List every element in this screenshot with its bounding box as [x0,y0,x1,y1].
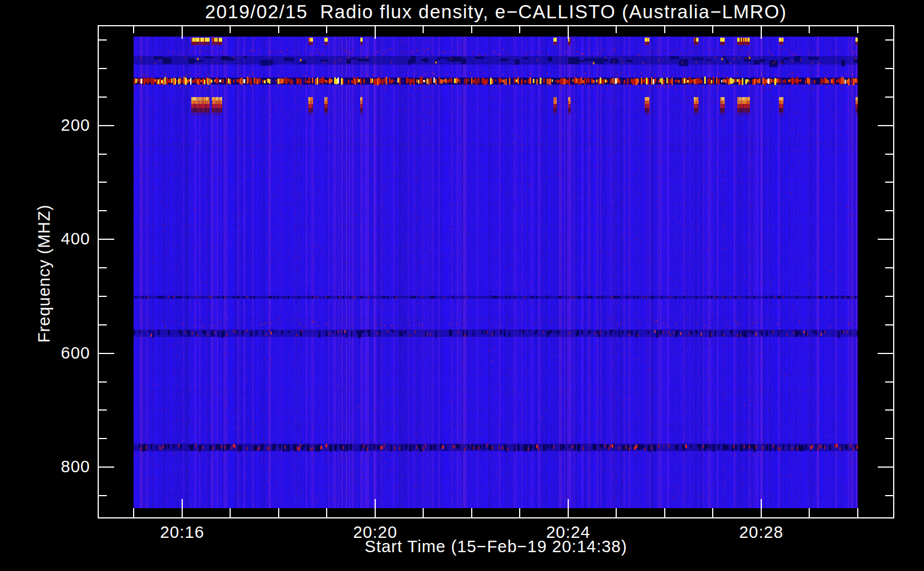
x-major-tick [182,26,183,39]
y-minor-tick [99,267,107,268]
y-minor-tick [99,39,107,41]
y-major-tick [99,353,114,354]
x-minor-tick [616,26,617,33]
x-minor-tick [616,508,617,517]
y-major-tick [878,125,893,126]
y-tick-label: 400 [29,230,90,248]
y-minor-tick [885,409,893,411]
x-minor-tick [809,508,810,517]
y-minor-tick [99,438,107,439]
x-minor-tick [133,508,134,517]
x-minor-tick [133,26,134,33]
x-major-tick [761,26,762,39]
x-minor-tick [664,26,665,33]
y-minor-tick [885,154,893,155]
y-minor-tick [885,210,893,211]
x-minor-tick [857,508,858,517]
x-minor-tick [423,26,424,33]
x-major-tick [182,499,183,517]
y-tick-label: 600 [29,344,90,363]
x-major-tick [375,26,376,39]
y-minor-tick [99,68,107,69]
y-tick-label: 200 [29,116,90,135]
y-minor-tick [99,409,107,411]
x-major-tick [375,499,376,517]
y-minor-tick [99,324,107,325]
screen: { "chart_data": { "type": "heatmap", "va… [0,0,924,571]
y-minor-tick [99,96,107,98]
y-major-tick [878,239,893,240]
x-major-tick [761,499,762,517]
x-minor-tick [471,508,472,517]
y-minor-tick [885,182,893,183]
y-minor-tick [99,182,107,183]
y-minor-tick [885,96,893,98]
y-major-tick [99,467,114,468]
y-minor-tick [885,267,893,268]
y-minor-tick [99,381,107,383]
y-major-tick [99,125,114,126]
y-minor-tick [885,495,893,496]
x-minor-tick [326,26,327,33]
y-minor-tick [99,495,107,496]
x-minor-tick [712,508,713,517]
x-axis-title: Start Time (15−Feb−19 20:14:38) [98,537,894,556]
x-major-tick [568,26,569,39]
x-minor-tick [664,508,665,517]
chart-title: 2019/02/15 Radio flux density, e−CALLIST… [98,1,894,23]
y-minor-tick [885,324,893,325]
y-minor-tick [885,68,893,69]
y-minor-tick [885,39,893,41]
x-minor-tick [809,26,810,33]
y-minor-tick [99,210,107,211]
y-minor-tick [99,296,107,297]
x-minor-tick [519,26,520,33]
x-minor-tick [230,26,231,33]
spectrogram-image [134,37,858,508]
x-minor-tick [857,26,858,33]
x-minor-tick [230,508,231,517]
x-major-tick [568,499,569,517]
y-minor-tick [885,296,893,297]
x-minor-tick [278,508,279,517]
x-minor-tick [519,508,520,517]
y-minor-tick [99,154,107,155]
y-major-tick [99,239,114,240]
y-minor-tick [885,381,893,383]
x-minor-tick [278,26,279,33]
spectrogram-chart: 2019/02/15 Radio flux density, e−CALLIST… [0,0,924,571]
y-minor-tick [885,438,893,439]
x-minor-tick [471,26,472,33]
x-minor-tick [423,508,424,517]
y-major-tick [878,467,893,468]
x-minor-tick [326,508,327,517]
y-tick-label: 800 [29,457,90,476]
x-minor-tick [712,26,713,33]
y-major-tick [878,353,893,354]
